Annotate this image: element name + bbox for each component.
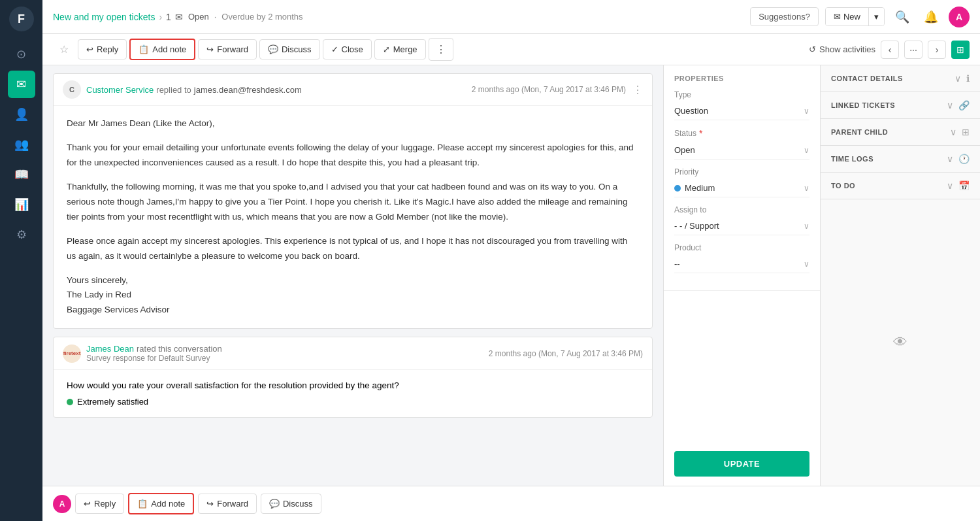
type-label: Type <box>674 90 809 99</box>
linked-tickets-icons: ∨ 🔗 <box>947 100 970 110</box>
breadcrumb-link[interactable]: New and my open tickets <box>53 12 155 22</box>
bottom-forward-button[interactable]: ↪ Forward <box>198 494 257 514</box>
dashboard-icon: ⊙ <box>16 47 26 61</box>
notifications-icon[interactable]: 🔔 <box>920 6 942 28</box>
close-button[interactable]: ✓ Close <box>323 39 372 59</box>
sender-info: Customer Service replied to james.dean@f… <box>86 85 302 95</box>
bottom-add-note-button[interactable]: 📋 Add note <box>128 493 194 514</box>
assign-value: - - / Support <box>674 221 719 231</box>
bottom-discuss-button[interactable]: 💬 Discuss <box>261 494 321 514</box>
logo[interactable]: F <box>9 7 34 31</box>
status-value: Open <box>674 145 695 155</box>
type-dropdown[interactable]: Question ∨ <box>674 102 809 120</box>
linked-tickets-expand[interactable]: ∨ <box>947 100 953 110</box>
survey-timestamp: 2 months ago (Mon, 7 Aug 2017 at 3:46 PM… <box>489 349 643 358</box>
ticket-options-button[interactable]: ··· <box>904 41 923 59</box>
properties-panel: PROPERTIES Type Question ∨ Status * Open <box>663 65 820 486</box>
priority-value: Medium <box>674 183 715 193</box>
sidebar-item-reports[interactable]: 📊 <box>8 191 35 218</box>
bottom-note-icon: 📋 <box>137 499 148 509</box>
type-field: Type Question ∨ <box>674 90 809 120</box>
parent-child-expand[interactable]: ∨ <box>950 127 956 137</box>
merge-button[interactable]: ⤢ Merge <box>374 39 426 59</box>
more-options-button[interactable]: ⋮ <box>429 38 453 61</box>
to-do-expand[interactable]: ∨ <box>947 180 953 191</box>
toolbar: ☆ ↩ Reply 📋 Add note ↪ Forward 💬 Discuss… <box>42 34 980 65</box>
product-dropdown-arrow: ∨ <box>804 260 809 269</box>
discuss-label: Discuss <box>282 44 312 54</box>
assign-field: Assign to - - / Support ∨ <box>674 205 809 235</box>
parent-child-title: PARENT CHILD <box>831 128 888 136</box>
message-para2: Thankfully, the following morning, it wa… <box>67 180 639 225</box>
product-dropdown[interactable]: -- ∨ <box>674 255 809 273</box>
update-section: UPDATE <box>664 442 820 486</box>
eye-icon[interactable]: 👁 <box>893 334 907 351</box>
new-button[interactable]: ✉ New <box>826 8 869 25</box>
linked-tickets-link-icon[interactable]: 🔗 <box>958 100 970 110</box>
reply-button[interactable]: ↩ Reply <box>78 39 127 59</box>
sidebar-item-dashboard[interactable]: ⊙ <box>8 41 35 68</box>
merge-label: Merge <box>393 44 417 54</box>
next-ticket-button[interactable]: › <box>928 41 946 59</box>
status-text: Open <box>188 12 209 22</box>
to-do-calendar-icon[interactable]: 📅 <box>958 180 970 191</box>
time-logs-section: TIME LOGS ∨ 🕐 <box>821 146 980 173</box>
forward-icon: ↪ <box>206 44 214 54</box>
linked-tickets-section: LINKED TICKETS ∨ 🔗 <box>821 92 980 119</box>
priority-field: Priority Medium ∨ <box>674 167 809 197</box>
parent-child-action-icon[interactable]: ⊞ <box>962 127 970 137</box>
star-button[interactable]: ☆ <box>53 39 75 60</box>
search-icon[interactable]: 🔍 <box>891 6 913 28</box>
overdue-label: Overdue by 2 months <box>221 12 302 22</box>
contact-details-info-icon[interactable]: ℹ <box>966 73 970 84</box>
envelope-icon: ✉ <box>834 12 841 22</box>
message-menu-icon[interactable]: ⋮ <box>632 84 643 96</box>
discuss-button[interactable]: 💬 Discuss <box>259 39 320 59</box>
survey-sender-name: James Dean <box>86 344 134 354</box>
reply-label: Reply <box>97 44 118 54</box>
sidebar-item-support[interactable]: ✉ <box>8 71 35 98</box>
note-icon: 📋 <box>139 44 149 54</box>
sidebar-item-contacts[interactable]: 👤 <box>8 101 35 128</box>
priority-dot <box>674 185 681 192</box>
time-logs-header[interactable]: TIME LOGS ∨ 🕐 <box>821 146 980 172</box>
contact-details-expand[interactable]: ∨ <box>955 73 961 84</box>
assign-dropdown[interactable]: - - / Support ∨ <box>674 217 809 235</box>
properties-section: PROPERTIES Type Question ∨ Status * Open <box>664 65 820 291</box>
time-logs-expand[interactable]: ∨ <box>947 154 953 164</box>
sidebar-item-settings[interactable]: ⚙ <box>8 221 35 248</box>
to-do-header[interactable]: TO DO ∨ 📅 <box>821 173 980 199</box>
message-sender: C Customer Service replied to james.dean… <box>63 80 302 99</box>
sidebar: F ⊙ ✉ 👤 👥 📖 📊 ⚙ <box>0 0 42 521</box>
settings-icon: ⚙ <box>16 227 27 242</box>
forward-button[interactable]: ↪ Forward <box>198 39 257 59</box>
sender-avatar: C <box>63 80 81 99</box>
add-note-button[interactable]: 📋 Add note <box>129 39 195 60</box>
ticket-thread: C Customer Service replied to james.dean… <box>42 65 663 486</box>
sender-email: james.dean@freshdesk.com <box>194 85 302 95</box>
parent-child-header[interactable]: PARENT CHILD ∨ ⊞ <box>821 119 980 145</box>
bottom-forward-label: Forward <box>217 499 248 509</box>
sidebar-item-solutions[interactable]: 📖 <box>8 161 35 188</box>
priority-dropdown[interactable]: Medium ∨ <box>674 179 809 197</box>
bottom-forward-icon: ↪ <box>206 499 214 509</box>
contact-details-header[interactable]: CONTACT DETAILS ∨ ℹ <box>821 65 980 92</box>
show-activities-button[interactable]: ↺ Show activities <box>809 44 875 54</box>
bottom-reply-button[interactable]: ↩ Reply <box>75 494 124 514</box>
new-dropdown[interactable]: ▾ <box>869 8 884 25</box>
sender-action: replied to <box>156 85 191 95</box>
properties-title: PROPERTIES <box>674 75 809 82</box>
sidebar-item-groups[interactable]: 👥 <box>8 131 35 158</box>
update-button[interactable]: UPDATE <box>674 451 809 477</box>
linked-tickets-title: LINKED TICKETS <box>831 101 895 109</box>
header-right: Suggestions? ✉ New ▾ 🔍 🔔 A <box>750 6 970 28</box>
survey-body: How would you rate your overall satisfac… <box>54 370 652 417</box>
survey-action: rated this conversation <box>137 344 222 354</box>
prev-ticket-button[interactable]: ‹ <box>881 41 899 59</box>
time-logs-clock-icon[interactable]: 🕐 <box>958 154 970 164</box>
status-dropdown[interactable]: Open ∨ <box>674 141 809 160</box>
linked-tickets-header[interactable]: LINKED TICKETS ∨ 🔗 <box>821 92 980 118</box>
suggestions-button[interactable]: Suggestions? <box>750 7 819 26</box>
grid-view-button[interactable]: ⊞ <box>951 41 970 59</box>
user-avatar[interactable]: A <box>949 7 970 27</box>
